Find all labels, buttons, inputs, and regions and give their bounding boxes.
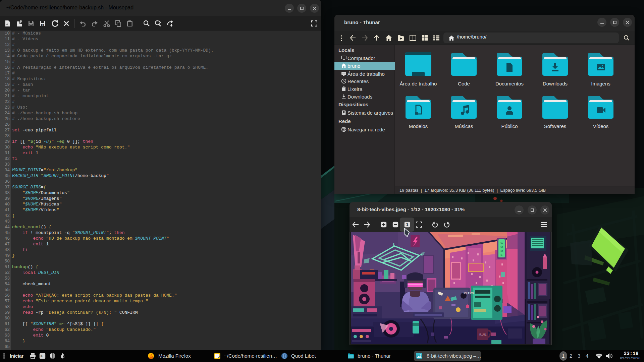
- svg-text:D: D: [500, 249, 503, 253]
- svg-text:$_: $_: [41, 355, 44, 358]
- svg-text:I: I: [42, 24, 43, 26]
- svg-text:O: O: [500, 245, 503, 249]
- svg-text:C: C: [500, 241, 503, 245]
- svg-text:E: E: [500, 253, 503, 257]
- svg-text:RiMi: RiMi: [479, 333, 487, 337]
- svg-text:RETRO: RETRO: [464, 292, 474, 295]
- svg-text:1: 1: [406, 222, 409, 227]
